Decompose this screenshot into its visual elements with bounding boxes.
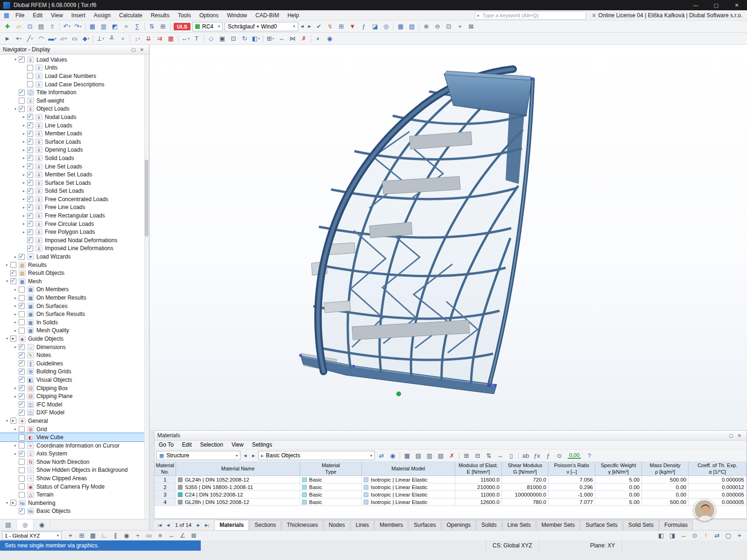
tree-item[interactable]: ▸ ▦ On Members [0,286,149,294]
tree-item[interactable]: ▸ ⇓ Free Rectangular Loads [0,211,149,220]
calculator-icon[interactable]: ⊞ [336,21,347,32]
cell-material-name[interactable]: GL28h | DIN 1052:2008-12 [176,498,300,506]
tree-checkbox[interactable] [19,451,25,457]
filter-results-icon[interactable]: ▼ [347,21,358,32]
copy-row-icon[interactable]: ⊟ [472,450,483,461]
tree-item[interactable]: ◉ Status of Camera Fly Mode [0,483,149,491]
tree-checkbox[interactable] [27,180,33,186]
tree-item[interactable]: ▸ ⇓ Surface Loads [0,138,149,146]
view-in-x-icon[interactable]: ▣ [217,34,228,44]
tree-checkbox[interactable] [19,295,25,301]
tree-expander-icon[interactable]: ▾ [4,501,10,505]
import-table-icon[interactable]: ▥ [424,450,435,461]
tree-checkbox[interactable] [19,303,25,309]
tree-item[interactable]: ⇓ Self-weight [0,97,149,105]
cell-shear-modulus-g[interactable]: 81000.0 [502,483,549,491]
print-table-icon[interactable]: ▧ [435,450,446,461]
tree-expander-icon[interactable]: ▸ [21,140,27,144]
table-tab[interactable]: Surface Sets [580,520,623,530]
load-direction-icon[interactable]: ⇅ [146,21,157,32]
cell-thermal-expansion[interactable]: 0.000012 [689,483,747,491]
select-icon[interactable]: ► [2,34,13,44]
separator[interactable] [170,23,170,30]
tree-expander-icon[interactable]: ▸ [4,263,10,267]
table-tab[interactable]: Openings [442,520,476,530]
tree-item[interactable]: ⓘ Title Information [0,88,149,97]
table-tab[interactable]: Line Sets [502,520,536,530]
tree-checkbox[interactable] [27,131,33,137]
separator[interactable] [419,23,419,30]
help-icon[interactable]: ? [584,450,595,461]
tree-checkbox[interactable] [19,442,25,448]
tree-expander-icon[interactable]: ▸ [12,320,19,324]
tree-item[interactable]: ▸ ▧ Results [0,261,149,269]
tree-checkbox[interactable] [27,122,33,128]
search-input[interactable] [481,12,583,19]
cell-material-name[interactable]: GL24h | DIN 1052:2008-12 [176,476,300,483]
table-header-cell[interactable]: Coeff. of Th. Exp. α [1/°C] [689,462,747,476]
menu-item[interactable]: Assign [90,10,115,20]
cell-material-model[interactable]: Isotropic | Linear Elastic [362,483,455,491]
grid-tables-icon[interactable]: ▦ [395,21,406,32]
cell-shear-modulus-g[interactable]: 100000000.0 [502,491,549,498]
table-tab[interactable]: Materials [214,520,249,530]
cell-shear-modulus-g[interactable]: 720.0 [502,476,549,483]
cell-poissons-ratio[interactable]: -1.000 [549,491,595,498]
tree-item[interactable]: ◧ Visual Objects [0,376,149,384]
tree-item[interactable]: ▸ ⇓ Member Loads [0,129,149,138]
tree-item[interactable]: ▸ ⇓ Free Concentrated Loads [0,195,149,203]
cell-specific-weight[interactable]: 5.00 [595,498,642,506]
zoom-in-icon[interactable]: ⊕ [421,21,432,32]
insert-solid-icon[interactable]: ◆ [80,34,92,44]
tree-expander-icon[interactable]: ▸ [12,394,19,399]
section-icon[interactable]: ≈ [120,21,132,32]
tree-checkbox[interactable] [19,377,25,383]
tree-checkbox[interactable] [27,188,33,194]
tree-checkbox[interactable] [27,65,33,71]
tree-expander-icon[interactable]: ▸ [12,386,19,390]
cell-specific-weight[interactable]: 0.00 [595,483,642,491]
tree-checkbox[interactable] [19,344,25,350]
tree-item[interactable]: ▸ ⊡ Clipping Box [0,384,149,392]
pan-icon[interactable]: + [454,21,465,32]
tree-checkbox[interactable] [19,90,25,96]
file-ribbon-icon[interactable]: ▦ [2,11,11,20]
separator[interactable] [178,35,178,42]
tree-item[interactable]: ▾ ⇓ Load Values [0,56,149,64]
cell-modulus-e[interactable]: 11600.0 [455,476,502,483]
table-tab[interactable]: Lines [351,520,374,530]
coordinate-system-combo[interactable]: 1 - Global XYZ ▾ [2,532,62,540]
tree-expander-icon[interactable]: ▸ [21,123,27,127]
table-edit-icon[interactable]: ▥ [98,21,109,32]
previous-table-button[interactable]: ◀ [241,451,249,460]
tree-checkbox[interactable] [10,278,16,284]
tree-item[interactable]: ▸ ⇓ Solid Set Loads [0,187,149,196]
cell-material-model[interactable]: Isotropic | Linear Elastic [362,498,455,506]
tree-item[interactable]: ▸ ⇓ Free Polygon Loads [0,228,149,236]
tree-item[interactable]: N Show North Direction [0,458,149,466]
nodal-load-icon[interactable]: ↓ [132,34,143,44]
tree-item[interactable]: ▸ ⇓ Free Circular Loads [0,220,149,228]
tree-checkbox[interactable] [27,245,33,252]
navigation-combo[interactable]: ▦ Structure ▾ [156,451,240,460]
cell-modulus-e[interactable]: 210000.0 [455,483,502,491]
fullscreen-icon[interactable]: ▢ [723,531,734,541]
export-icon[interactable]: ⇧ [47,21,58,32]
check-calculation-icon[interactable]: ✔ [313,21,324,32]
cell-poissons-ratio[interactable]: 0.296 [549,483,595,491]
new-model-icon[interactable]: ✚ [2,21,13,32]
tree-item[interactable]: ⊞ Building Grids [0,368,149,376]
tree-expander-icon[interactable]: ▸ [21,132,27,136]
cell-modulus-e[interactable]: 11000.0 [455,491,502,498]
tree-item[interactable]: ▸ ▦ Mesh Quality [0,327,149,335]
separator[interactable] [93,35,93,42]
cell-material-no[interactable]: 4 [155,498,176,506]
menu-item[interactable]: Help [283,10,303,20]
float-panel-icon[interactable]: ▢ [129,46,138,54]
tree-expander-icon[interactable]: ▸ [21,156,27,160]
tree-expander-icon[interactable]: ▸ [21,115,27,119]
tree-item[interactable]: ▾ № Numbering [0,499,149,507]
redo-icon[interactable]: ↷ [72,21,84,32]
cell-shear-modulus-g[interactable]: 780.0 [502,498,549,506]
cell-material-type[interactable]: Basic [300,476,362,483]
